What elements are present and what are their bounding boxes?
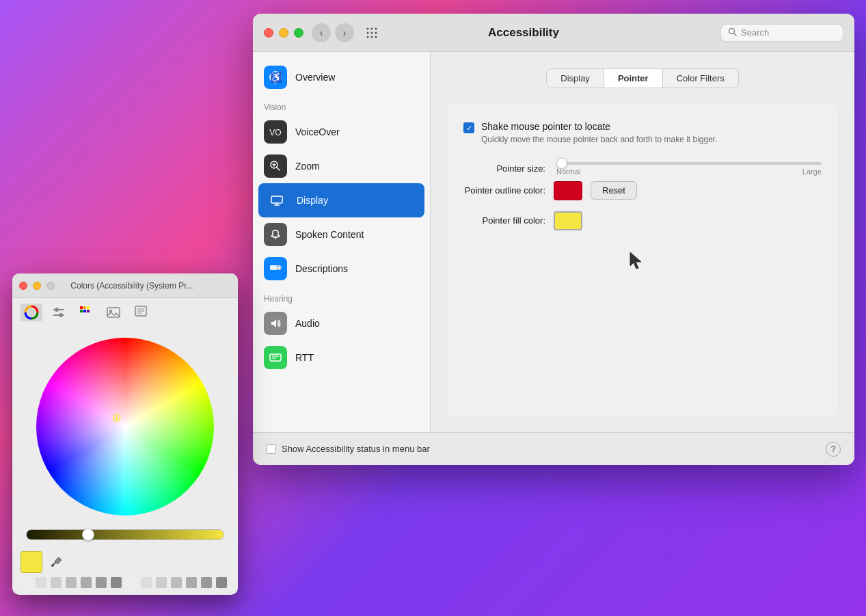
svg-rect-44 — [83, 306, 86, 309]
display-icon — [265, 189, 288, 212]
swatch-cell[interactable] — [186, 577, 197, 588]
vision-header: Vision — [253, 94, 430, 115]
spoken-label: Spoken Content — [295, 229, 364, 240]
swatch-cell[interactable] — [21, 577, 31, 588]
shake-description: Quickly move the mouse pointer back and … — [481, 134, 718, 146]
zoom-label: Zoom — [295, 161, 320, 172]
window-title: Accessibility — [335, 26, 712, 40]
cp-tab-sliders[interactable] — [48, 304, 70, 321]
swatch-cell[interactable] — [111, 577, 122, 588]
traffic-lights — [264, 28, 303, 38]
swatch-cell[interactable] — [96, 577, 107, 588]
svg-rect-45 — [87, 306, 90, 309]
pointer-fill-swatch[interactable] — [554, 211, 582, 230]
current-color-swatch[interactable] — [21, 551, 42, 573]
svg-text:♿: ♿ — [270, 72, 282, 83]
shake-checkbox[interactable]: ✓ — [463, 122, 474, 133]
minimize-button[interactable] — [279, 28, 288, 38]
search-bar[interactable]: Search — [720, 24, 843, 42]
voiceover-icon: VO — [264, 120, 287, 144]
swatch-cell[interactable] — [66, 577, 77, 588]
sidebar-item-spoken[interactable]: Spoken Content — [253, 217, 430, 252]
cp-tab-image[interactable] — [103, 304, 124, 321]
svg-rect-43 — [80, 306, 83, 309]
svg-line-10 — [734, 33, 737, 36]
cursor-area — [627, 251, 822, 273]
voiceover-label: VoiceOver — [295, 126, 340, 137]
svg-rect-24 — [268, 227, 283, 242]
pointer-fill-label: Pointer fill color: — [463, 215, 545, 226]
cp-tab-palette[interactable] — [75, 304, 97, 321]
show-accessibility-checkbox[interactable] — [267, 444, 276, 454]
colors-bottom — [12, 546, 238, 595]
svg-text:VO: VO — [269, 128, 281, 137]
sidebar-item-rtt[interactable]: RTT — [253, 340, 430, 375]
tab-display[interactable]: Display — [546, 68, 604, 88]
cursor-icon — [627, 251, 644, 270]
back-button[interactable]: ‹ — [312, 23, 331, 42]
rtt-label: RTT — [295, 352, 314, 363]
svg-text:💬: 💬 — [277, 266, 282, 271]
color-picker-tabs — [12, 298, 238, 327]
slider-thumb — [556, 158, 567, 169]
descriptions-label: Descriptions — [295, 263, 348, 274]
sidebar-item-display[interactable]: Display — [258, 183, 424, 217]
pointer-size-row: Pointer size: Normal Large — [463, 162, 822, 176]
color-swatches-grid — [21, 577, 230, 588]
eyedropper-button[interactable] — [46, 552, 66, 572]
window-content: ♿ Overview Vision VO VoiceOver — [253, 52, 854, 432]
slider-labels: Normal Large — [556, 168, 822, 176]
zoom-icon — [264, 155, 287, 178]
swatch-cell[interactable] — [201, 577, 212, 588]
sidebar-item-descriptions[interactable]: 💬 Descriptions — [253, 252, 430, 286]
swatch-cell[interactable] — [81, 577, 92, 588]
swatch-cell[interactable] — [216, 577, 227, 588]
bottom-bar: Show Accessibility status in menu bar ? — [253, 432, 854, 465]
svg-point-40 — [55, 308, 59, 312]
swatch-cell[interactable] — [141, 577, 152, 588]
overview-icon: ♿ — [264, 66, 287, 89]
brightness-slider-row — [12, 526, 238, 546]
wheel-crosshair: ⊕ — [111, 410, 122, 425]
colors-close-button[interactable] — [19, 282, 27, 290]
descriptions-icon: 💬 — [264, 257, 287, 280]
pointer-outline-swatch[interactable] — [554, 181, 582, 200]
main-window: ‹ › Accessibility — [253, 14, 854, 465]
colors-titlebar: Colors (Accessibility (System Pr... — [12, 273, 238, 298]
sidebar-item-zoom[interactable]: Zoom — [253, 149, 430, 183]
color-wheel[interactable]: ⊕ — [36, 338, 214, 515]
svg-marker-37 — [630, 252, 641, 269]
swatch-cell[interactable] — [51, 577, 62, 588]
colors-window: Colors (Accessibility (System Pr... — [12, 273, 238, 595]
color-wheel-container[interactable]: ⊕ — [12, 327, 238, 526]
svg-rect-28 — [270, 265, 277, 270]
close-button[interactable] — [264, 28, 273, 38]
sidebar-item-audio[interactable]: Audio — [253, 306, 430, 340]
brightness-track[interactable] — [26, 529, 224, 540]
tab-pointer[interactable]: Pointer — [604, 68, 663, 88]
pointer-fill-row: Pointer fill color: — [463, 211, 822, 230]
main-panel: Display Pointer Color Filters ✓ Shake mo… — [431, 52, 854, 432]
swatch-cell[interactable] — [126, 577, 137, 588]
search-placeholder: Search — [741, 27, 769, 38]
cp-tab-pencil[interactable] — [130, 304, 152, 321]
overview-label: Overview — [295, 72, 335, 83]
swatch-cell[interactable] — [36, 577, 46, 588]
pointer-size-slider[interactable]: Normal Large — [556, 162, 822, 176]
tab-color-filters[interactable]: Color Filters — [663, 68, 739, 88]
cp-tab-wheel[interactable] — [21, 304, 42, 321]
pointer-outline-row: Pointer outline color: Reset — [463, 181, 822, 200]
sidebar-item-overview[interactable]: ♿ Overview — [253, 60, 430, 94]
help-button[interactable]: ? — [826, 442, 841, 457]
svg-point-42 — [59, 313, 63, 317]
hearing-header: Hearing — [253, 286, 430, 306]
swatch-cell[interactable] — [156, 577, 167, 588]
search-icon — [728, 27, 737, 38]
reset-button[interactable]: Reset — [591, 181, 637, 200]
sidebar: ♿ Overview Vision VO VoiceOver — [253, 52, 431, 432]
slider-track — [556, 162, 822, 165]
sidebar-item-voiceover[interactable]: VO VoiceOver — [253, 115, 430, 149]
checkmark-icon: ✓ — [466, 124, 472, 133]
maximize-button[interactable] — [294, 28, 303, 38]
swatch-cell[interactable] — [171, 577, 182, 588]
